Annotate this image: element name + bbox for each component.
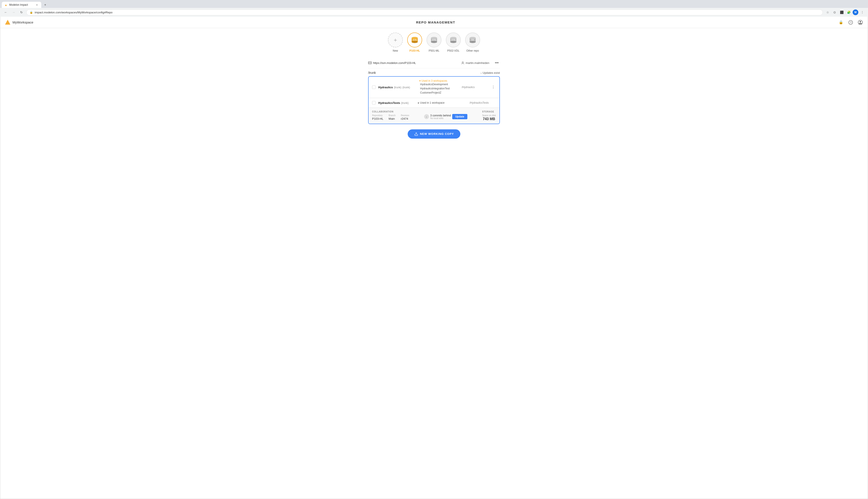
user-avatar[interactable]: M xyxy=(853,10,858,15)
svg-point-22 xyxy=(470,41,476,43)
hydraulicstests-path: /HydraulicsTests xyxy=(470,101,496,104)
hydraulicstests-workspace-count: Used in 1 workspace xyxy=(420,101,445,104)
hydraulics-workspace-count: Used in 3 workspaces xyxy=(421,79,447,82)
repo-item-p103-hl[interactable]: SVN P103-HL xyxy=(407,33,422,52)
field-repository-label: Repository xyxy=(372,114,383,117)
nav-icon-3[interactable]: 🧩 xyxy=(846,9,852,15)
forward-button[interactable]: → xyxy=(11,9,17,15)
workspace-item-1: HydraulicsDevelopment xyxy=(420,82,450,86)
svg-point-17 xyxy=(450,41,456,43)
svg-point-28 xyxy=(462,62,463,63)
help-button[interactable]: ? xyxy=(847,19,854,25)
collaboration-title: COLLABORATION xyxy=(372,110,409,113)
wc-updates-label: ↓ Updates exist xyxy=(480,71,500,74)
reload-button[interactable]: ↻ xyxy=(18,9,25,15)
svg-text:SVN: SVN xyxy=(451,39,456,41)
hydraulics-workspaces: ▾ Used in 3 workspaces HydraulicsDevelop… xyxy=(419,79,450,95)
repo-info-bar: https://svn.modelon.com/P103-HL martin.m… xyxy=(368,58,500,68)
new-working-copy-button[interactable]: NEW WORKING COPY xyxy=(408,129,461,138)
field-repository-value: P103-HL xyxy=(372,117,383,120)
hydraulicstests-name: HydraulicsTests xyxy=(378,101,400,105)
field-branch: Branch Main xyxy=(388,114,396,120)
field-branch-value: Main xyxy=(388,117,396,120)
svg-text:SVN: SVN xyxy=(413,39,417,41)
wc-card: Hydraulics (trunk) (trunk) ▾ Used in 3 w… xyxy=(368,76,500,124)
svg-text:?: ? xyxy=(850,21,852,24)
svg-point-7 xyxy=(412,41,418,43)
hydraulicstests-checkbox[interactable] xyxy=(372,101,376,105)
main-content: + New SVN P103-HL xyxy=(0,28,868,499)
update-button[interactable]: Update xyxy=(452,114,467,119)
repo-item-new[interactable]: + New xyxy=(388,33,403,52)
address-bar[interactable]: 🔒 impact.modelon.com/workspaces/MyWorksp… xyxy=(26,10,823,15)
repo-label-other: Other repo xyxy=(466,49,479,52)
repo-label-p502-vdl: P502-VDL xyxy=(447,49,459,52)
repo-user: martin.malmheden xyxy=(461,61,489,64)
svg-text:SVN: SVN xyxy=(432,39,436,41)
storage-field: Space on disk 743 MB xyxy=(482,114,496,121)
storage-field-label: Space on disk xyxy=(482,114,496,117)
nav-bar: ← → ↻ 🔒 impact.modelon.com/workspaces/My… xyxy=(0,8,868,17)
app-logo[interactable]: MyWorkspace xyxy=(4,19,33,25)
field-revision-label: Revision xyxy=(401,114,409,117)
active-tab[interactable]: ▲ Modelon Impact ✕ xyxy=(2,2,41,8)
p103-hl-icon: SVN xyxy=(407,33,422,47)
hydraulics-workspace-toggle[interactable]: ▾ Used in 3 workspaces xyxy=(419,79,450,82)
workspace-item-2: HydraulicsIntegrationTest xyxy=(420,86,450,91)
modelon-logo-icon xyxy=(4,19,11,25)
hydraulicstests-workspace-toggle[interactable]: ▸ Used in 1 workspace xyxy=(418,101,445,104)
repo-item-p502-vdl[interactable]: SVN P502-VDL xyxy=(446,33,461,52)
other-repo-icon: Git xyxy=(465,33,480,47)
more-options-button[interactable]: ⋮ xyxy=(859,9,865,15)
nav-icon-1[interactable]: ⊙ xyxy=(832,9,838,15)
repo-user-text: martin.malmheden xyxy=(466,61,489,64)
nav-icon-2[interactable]: ⬛ xyxy=(839,9,845,15)
repo-more-button[interactable]: ••• xyxy=(494,60,500,66)
hydraulics-name-group: Hydraulics (trunk) (trunk) xyxy=(378,85,410,89)
collaboration-footer: COLLABORATION Repository P103-HL Branch … xyxy=(369,108,499,124)
field-revision-value: r2474 xyxy=(401,117,409,120)
hydraulics-branch-text: (trunk) xyxy=(402,86,410,89)
package-row-hydraulics: Hydraulics (trunk) (trunk) ▾ Used in 3 w… xyxy=(369,77,499,98)
hydraulics-branch: (trunk) xyxy=(394,86,401,89)
workspace-name: MyWorkspace xyxy=(13,21,33,24)
storage-field-value: 743 MB xyxy=(482,117,496,121)
svg-marker-0 xyxy=(5,20,10,25)
tab-close-button[interactable]: ✕ xyxy=(35,3,39,7)
page-title: REPO MANAGEMENT xyxy=(33,21,838,24)
app-header: MyWorkspace REPO MANAGEMENT 🔒 ? xyxy=(0,17,868,28)
hydraulics-checkbox[interactable] xyxy=(372,85,376,89)
cloud-upload-icon xyxy=(414,132,418,136)
address-text: impact.modelon.com/workspaces/MyWorkspac… xyxy=(35,11,113,14)
svg-point-4 xyxy=(860,21,861,22)
hydraulics-name: Hydraulics xyxy=(378,86,393,89)
hydraulicstests-branch: (trunk) xyxy=(401,101,409,105)
hydraulics-workspace-list: HydraulicsDevelopment HydraulicsIntegrat… xyxy=(419,82,450,95)
field-revision: Revision r2474 xyxy=(401,114,409,120)
tab-bar: ▲ Modelon Impact ✕ + xyxy=(0,0,868,8)
repo-url: https://svn.modelon.com/P103-HL xyxy=(368,61,416,64)
wc-header: /trunk ↓ Updates exist xyxy=(368,71,500,74)
repo-item-p501-ml[interactable]: SVN P501-ML xyxy=(426,33,442,52)
p502-vdl-icon: SVN xyxy=(446,33,461,47)
bookmark-button[interactable]: ☆ xyxy=(824,9,831,15)
no-local-edits-text: No local edits xyxy=(430,117,451,120)
new-repo-icon: + xyxy=(388,33,403,47)
user-icon xyxy=(461,61,464,64)
hydraulics-menu-button[interactable]: ⋮ xyxy=(491,85,496,90)
storage-section: STORAGE Space on disk 743 MB xyxy=(482,110,496,121)
back-button[interactable]: ← xyxy=(3,9,9,15)
lock-icon-button[interactable]: 🔒 xyxy=(838,19,844,25)
user-profile-button[interactable] xyxy=(857,19,864,25)
storage-title: STORAGE xyxy=(482,110,496,113)
new-working-copy-label: NEW WORKING COPY xyxy=(420,132,454,135)
commits-status: ↓ 3 commits behind No local edits Update xyxy=(424,114,467,120)
app-window: MyWorkspace REPO MANAGEMENT 🔒 ? xyxy=(0,17,868,499)
commits-behind-row: ↓ 3 commits behind No local edits Update xyxy=(424,114,467,120)
collaboration-fields: Repository P103-HL Branch Main Revision … xyxy=(372,114,409,120)
new-tab-button[interactable]: + xyxy=(42,2,48,8)
repo-item-other[interactable]: Git Other repo xyxy=(465,33,480,52)
wc-path: /trunk xyxy=(368,71,376,74)
field-branch-label: Branch xyxy=(388,114,396,117)
commits-behind-text: 3 commits behind xyxy=(430,114,451,117)
